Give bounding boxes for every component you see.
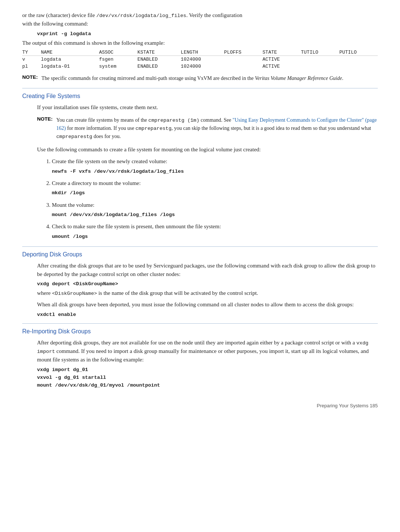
- step-4: Check to make sure the file system is pr…: [52, 222, 378, 240]
- note-text-end: .: [342, 75, 343, 81]
- creating-note-block: NOTE: You can create file systems by mea…: [37, 116, 378, 141]
- creating-note-after1: for more information. If you use: [66, 125, 136, 131]
- cmpreparestg-code2: cmpreparestg: [136, 126, 171, 131]
- row1-state: ACTIVE: [263, 56, 301, 63]
- row1-tutilo: [301, 56, 340, 63]
- row1-kstate: ENABLED: [137, 56, 181, 63]
- footer-text: Preparing Your Systems 185: [317, 403, 378, 408]
- intro-text-before: or the raw (character) device file: [22, 12, 96, 18]
- table-row: v logdata fsgen ENABLED 1024000 ACTIVE: [22, 56, 378, 63]
- creating-note-text: You can create file systems by means of …: [56, 116, 378, 141]
- row2-length: 1024000: [181, 63, 224, 70]
- row2-kstate: ENABLED: [137, 63, 181, 70]
- device-path-code: /dev/vx/rdsk/logdata/log_files: [96, 13, 186, 18]
- row2-name: logdata-01: [41, 63, 99, 70]
- step-3: Mount the volume: mount /dev/vx/dsk/logd…: [52, 201, 378, 219]
- row1-assoc: fsgen: [99, 56, 137, 63]
- divider-deporting: [22, 246, 378, 247]
- note-italic: Veritas Volume Manager Reference Guide: [255, 75, 342, 81]
- creating-intro: If your installation uses file systems, …: [37, 103, 378, 112]
- output-intro: The output of this command is shown in t…: [22, 39, 378, 47]
- col-ploffs: PLOFFS: [224, 49, 263, 56]
- col-ty: TY: [22, 49, 41, 56]
- row1-ploffs: [224, 56, 263, 63]
- row1-putilo: [339, 56, 378, 63]
- col-assoc: ASSOC: [99, 49, 137, 56]
- section-heading-deporting: Deporting Disk Groups: [22, 251, 378, 258]
- col-putilo: PUTILO: [339, 49, 378, 56]
- step-2-command: mkdir /logs: [52, 189, 378, 197]
- step-3-text: Mount the volume:: [52, 202, 94, 208]
- deporting-intro: After creating the disk groups that are …: [37, 262, 378, 278]
- col-kstate: KSTATE: [137, 49, 181, 56]
- reimporting-intro-before: After deporting disk groups, they are no…: [37, 340, 356, 346]
- where-text: where: [37, 290, 52, 296]
- note-label: NOTE:: [22, 74, 38, 80]
- reimporting-intro-after: command. If you need to import a disk gr…: [37, 348, 369, 363]
- col-state: STATE: [263, 49, 301, 56]
- deporting-command2: vxdctl enable: [37, 312, 378, 317]
- command-output-table: TY NAME ASSOC KSTATE LENGTH PLOFFS STATE…: [22, 49, 378, 70]
- cmpreparestg-code1: cmpreparestg (1m): [149, 118, 200, 123]
- page-footer: Preparing Your Systems 185: [22, 403, 378, 408]
- reimport-command1: vxdg import dg_01: [37, 367, 378, 373]
- step-1: Create the file system on the newly crea…: [52, 157, 378, 175]
- page-content: or the raw (character) device file /dev/…: [22, 11, 378, 408]
- row2-tutilo: [301, 63, 340, 70]
- reimporting-intro: After deporting disk groups, they are no…: [37, 339, 378, 364]
- reimport-command3: mount /dev/vx/dsk/dg_01/myvol /mountpoin…: [37, 383, 378, 388]
- step-2: Create a directory to mount the volume: …: [52, 179, 378, 197]
- row2-state: ACTIVE: [263, 63, 301, 70]
- creating-note-label: NOTE:: [37, 116, 53, 122]
- section-heading-creating: Creating File Systems: [22, 93, 378, 100]
- section-heading-reimporting: Re-Importing Disk Groups: [22, 328, 378, 335]
- steps-list: Create the file system on the newly crea…: [44, 157, 378, 240]
- step-2-text: Create a directory to mount the volume:: [52, 180, 141, 186]
- divider-creating: [22, 88, 378, 88]
- creating-note-before: You can create file systems by means of …: [56, 117, 149, 123]
- reimport-command2: vxvol -g dg_01 startall: [37, 375, 378, 380]
- step-1-text: Create the file system on the newly crea…: [52, 158, 167, 164]
- table-row: pl logdata-01 system ENABLED 1024000 ACT…: [22, 63, 378, 70]
- row1-ty: v: [22, 56, 41, 63]
- intro-line2: with the following command:: [22, 21, 88, 27]
- note-text-before: The specific commands for creating mirro…: [41, 75, 255, 81]
- step-1-command: newfs -F vxfs /dev/vx/rdsk/logdata/log_f…: [52, 168, 378, 175]
- deporting-when: When all disk groups have been deported,…: [37, 300, 378, 309]
- creating-use-line: Use the following commands to create a f…: [37, 145, 378, 154]
- row1-length: 1024000: [181, 56, 224, 63]
- col-name: NAME: [41, 49, 99, 56]
- deporting-command1: vxdg deport <DiskGroupName>: [37, 281, 378, 287]
- where-after: is the name of the disk group that will …: [97, 290, 258, 296]
- intro-text-end: . Verify the configuration: [186, 12, 242, 18]
- table-header-row: TY NAME ASSOC KSTATE LENGTH PLOFFS STATE…: [22, 49, 378, 56]
- divider-reimporting: [22, 323, 378, 324]
- row2-ploffs: [224, 63, 263, 70]
- note-text: The specific commands for creating mirro…: [41, 74, 343, 82]
- step-4-text: Check to make sure the file system is pr…: [52, 223, 221, 229]
- intro-note-block: NOTE: The specific commands for creating…: [22, 74, 378, 82]
- deporting-where: where <DiskGroupName> is the name of the…: [37, 289, 378, 297]
- row2-putilo: [339, 63, 378, 70]
- col-tutilo: TUTILO: [301, 49, 340, 56]
- row1-name: logdata: [41, 56, 99, 63]
- col-length: LENGTH: [181, 49, 224, 56]
- diskgroupname-code: <DiskGroupName>: [52, 291, 97, 296]
- step-4-command: umount /logs: [52, 233, 378, 240]
- row2-ty: pl: [22, 63, 41, 70]
- creating-note-middle: command. See: [199, 117, 232, 123]
- cmpreparestg-code3: cmpreparestg: [56, 134, 92, 139]
- intro-paragraph: or the raw (character) device file /dev/…: [22, 11, 378, 28]
- vxprint-command: vxprint -g logdata: [37, 31, 378, 37]
- creating-note-after2: , you can skip the following steps, but …: [171, 125, 371, 131]
- step-3-command: mount /dev/vx/dsk/logdata/log_files /log…: [52, 211, 378, 219]
- creating-note-end: does for you.: [92, 134, 121, 139]
- row2-assoc: system: [99, 63, 137, 70]
